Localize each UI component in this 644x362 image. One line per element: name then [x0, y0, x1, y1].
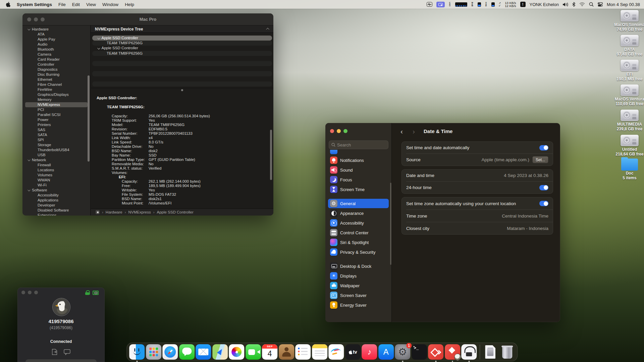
forward-button[interactable]: ›: [413, 127, 415, 136]
network-speed[interactable]: 13 KB/s 12 KB/s: [505, 1, 516, 8]
sysinfo-sidebar-item[interactable]: Wi-Fi: [25, 183, 88, 188]
device-tree-row[interactable]: [92, 71, 272, 76]
sysinfo-sidebar-item[interactable]: Volumes: [25, 173, 88, 178]
settings-search[interactable]: [329, 140, 388, 149]
device-tree-row[interactable]: [92, 81, 272, 86]
root-device-icon[interactable]: [96, 210, 100, 214]
alert-badge-icon[interactable]: !: [520, 2, 526, 7]
sysinfo-sidebar-item[interactable]: Diagnostics: [25, 67, 88, 72]
dock-hackintool-icon[interactable]: [461, 344, 477, 360]
screen-sharing-icon[interactable]: [436, 2, 445, 7]
sysinfo-sidebar-item[interactable]: Memory: [25, 97, 88, 102]
chevron-down-icon[interactable]: [98, 37, 100, 39]
sysinfo-sidebar-item[interactable]: Parallel SCSI: [25, 112, 88, 117]
dock-mail-icon[interactable]: [196, 344, 211, 360]
chevron-down-icon[interactable]: [98, 47, 100, 49]
menu-item[interactable]: Help: [125, 2, 134, 7]
dock-safari-icon[interactable]: [162, 344, 178, 360]
sysinfo-sidebar-item[interactable]: Printers: [25, 122, 88, 127]
sysinfo-sidebar-item[interactable]: Card Reader: [25, 57, 88, 62]
sysinfo-sidebar-item[interactable]: Disc Burning: [25, 72, 88, 77]
close-button[interactable]: [21, 291, 25, 294]
auto-datetime-toggle[interactable]: [539, 145, 548, 150]
sysinfo-sidebar-item[interactable]: Apple Pay: [25, 37, 88, 42]
dock-appstore-icon[interactable]: A: [378, 344, 394, 360]
device-tree-row[interactable]: [92, 66, 272, 71]
dock-freeform-icon[interactable]: [328, 344, 344, 360]
dock-facetime-icon[interactable]: [246, 344, 261, 360]
sysinfo-sidebar-item[interactable]: PCI: [25, 107, 88, 112]
dock-document-icon[interactable]: [483, 344, 498, 360]
sysinfo-sidebar-item[interactable]: Controller: [25, 62, 88, 67]
search-input[interactable]: [337, 142, 381, 147]
zoom-button[interactable]: [343, 129, 347, 133]
sysinfo-sidebar-item[interactable]: Bluetooth: [25, 47, 88, 52]
dock-notes-icon[interactable]: [312, 344, 327, 360]
mem-meter[interactable]: [478, 2, 481, 7]
cpu-meter[interactable]: [455, 2, 467, 7]
settings-sidebar-item[interactable]: Appearance: [328, 208, 389, 218]
desktop-icon[interactable]: Untitled 218,64 GB free: [613, 135, 644, 157]
menu-item[interactable]: Edit: [72, 2, 80, 7]
dock-maps-icon[interactable]: [212, 344, 228, 360]
settings-sidebar-item[interactable]: Privacy & Security: [328, 247, 389, 257]
device-tree-row[interactable]: [92, 56, 272, 61]
settings-sidebar-item[interactable]: Displays: [328, 271, 389, 281]
sidebar-scrollbar[interactable]: [88, 75, 90, 162]
dock-calendar-icon[interactable]: SEP 4: [262, 344, 277, 360]
active-app-name[interactable]: System Settings: [17, 2, 52, 7]
sysinfo-sidebar-item[interactable]: WWAN: [25, 178, 88, 183]
settings-sidebar-item[interactable]: Siri & Spotlight: [328, 238, 389, 247]
sysinfo-sidebar-item[interactable]: Fibre Channel: [25, 82, 88, 87]
settings-sidebar-scrollbar[interactable]: [390, 183, 391, 265]
device-tree-row[interactable]: TEAM TM8FP6256G: [92, 41, 272, 46]
desktop-icon[interactable]: EFI 190,1 MB free: [613, 60, 644, 81]
settings-sidebar-item[interactable]: Desktop & Dock: [328, 261, 389, 271]
apple-menu-icon[interactable]: [6, 2, 10, 7]
details-scrollbar[interactable]: [270, 130, 272, 180]
settings-sidebar-item[interactable]: Focus: [328, 175, 389, 184]
file-transfer-icon[interactable]: [51, 349, 59, 355]
settings-sidebar-item[interactable]: Accessibility: [328, 218, 389, 228]
minimize-button[interactable]: [337, 129, 341, 133]
sysinfo-sidebar-item[interactable]: Software: [25, 188, 88, 193]
settings-sidebar-item[interactable]: Wallpaper: [328, 281, 389, 290]
settings-sidebar-item[interactable]: Screen Time: [328, 185, 389, 194]
dock-terminal-icon[interactable]: >_: [412, 344, 427, 360]
settings-sidebar-item[interactable]: General: [328, 199, 389, 208]
spotlight-search-icon[interactable]: [589, 2, 594, 7]
dock-finder-icon[interactable]: [129, 344, 145, 360]
activity-monitor-icon[interactable]: [427, 2, 432, 7]
dock-music-icon[interactable]: ♪: [362, 344, 377, 360]
device-tree-row[interactable]: [92, 61, 272, 66]
device-tree-row[interactable]: TEAM TM8FP6256G: [92, 51, 272, 56]
user-name[interactable]: YONK Echelon: [530, 2, 559, 7]
dock-photos-icon[interactable]: [229, 344, 244, 360]
chat-icon[interactable]: [63, 349, 71, 355]
desktop-icon[interactable]: MacOS Sonoma 74,99 GB free: [613, 10, 644, 32]
back-button[interactable]: ‹: [400, 127, 403, 136]
sysinfo-sidebar-item[interactable]: ATA: [25, 32, 88, 37]
dock-trash-icon[interactable]: [499, 344, 515, 360]
sysinfo-sidebar-item[interactable]: Power: [25, 117, 88, 122]
breadcrumb-item[interactable]: › Hardware: [102, 210, 122, 214]
set-source-button[interactable]: Set...: [532, 156, 548, 163]
dock-appletv-icon[interactable]: tv: [345, 344, 361, 360]
dock-anydesk-icon[interactable]: [428, 344, 443, 360]
pane-splitter[interactable]: [91, 88, 273, 91]
sysinfo-sidebar-item[interactable]: Thunderbolt/USB4: [25, 147, 88, 153]
sysinfo-sidebar-item[interactable]: Firewall: [25, 163, 88, 168]
menu-item[interactable]: File: [58, 2, 66, 7]
dock-messages-icon[interactable]: [179, 344, 195, 360]
sysinfo-sidebar-item[interactable]: Extensions: [25, 213, 88, 216]
ssd-meter[interactable]: [491, 2, 495, 7]
dock-anydesk-session-icon[interactable]: [445, 344, 460, 360]
device-tree-row[interactable]: Apple SSD Controller: [92, 36, 272, 41]
sysinfo-sidebar-item[interactable]: Storage: [25, 142, 88, 147]
sysinfo-sidebar-item[interactable]: NVMExpress: [25, 102, 88, 107]
control-center-icon[interactable]: [598, 2, 603, 7]
wifi-icon[interactable]: [579, 2, 585, 6]
breadcrumb-item[interactable]: › Apple SSD Controller: [153, 210, 194, 214]
sysinfo-sidebar-item[interactable]: Hardware: [25, 27, 88, 32]
desktop-icon[interactable]: MacOS Ventura 110,69 GB free: [613, 84, 644, 106]
